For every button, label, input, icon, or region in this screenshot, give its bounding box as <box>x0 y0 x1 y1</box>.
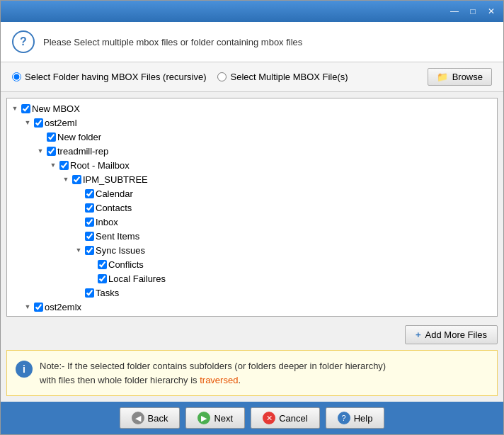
radio-folder-label: Select Folder having MBOX Files (recursi… <box>25 72 206 82</box>
note-text-part1: Note:- If the selected folder contains s… <box>40 361 386 371</box>
tree-item: ▼New MBOX <box>10 101 494 115</box>
tree-expander[interactable]: ▼ <box>23 118 33 128</box>
radio-option-files[interactable]: Select Multiple MBOX File(s) <box>217 72 348 82</box>
add-more-icon: + <box>416 329 421 340</box>
tree-item: ▼IPM_SUBTREE <box>10 172 494 186</box>
tree-expander[interactable]: ▼ <box>23 302 33 312</box>
tree-label[interactable]: ost2eml <box>45 118 77 128</box>
help-icon: ? <box>338 412 350 424</box>
back-button[interactable]: ◀ Back <box>120 407 181 429</box>
tree-label[interactable]: Calendar <box>96 188 133 199</box>
add-more-section: + Add More Files <box>1 322 503 350</box>
tree-checkbox[interactable] <box>47 132 56 142</box>
options-bar: Select Folder having MBOX Files (recursi… <box>1 62 503 92</box>
tree-label[interactable]: Sync Issues <box>96 245 145 256</box>
help-label: Help <box>354 413 373 424</box>
tree-item: Inbox <box>10 215 494 229</box>
tree-checkbox[interactable] <box>47 317 56 317</box>
browse-label: Browse <box>452 72 483 82</box>
footer: ◀ Back ▶ Next ✕ Cancel ? Help <box>1 402 503 434</box>
header-text: Please Select multiple mbox files or fol… <box>43 37 302 47</box>
note-section: i Note:- If the selected folder contains… <box>6 350 498 396</box>
tree-label[interactable]: Local Failures <box>108 273 166 284</box>
tree-label[interactable]: treadmill-rep <box>57 146 108 157</box>
tree-checkbox[interactable] <box>98 260 107 269</box>
tree-checkbox[interactable] <box>34 118 43 128</box>
close-button[interactable]: ✕ <box>482 4 500 19</box>
tree-container[interactable]: ▼New MBOX▼ost2emlNew folder▼treadmill-re… <box>6 98 498 317</box>
tree-expander <box>35 132 45 142</box>
tree-checkbox[interactable] <box>85 246 94 255</box>
title-bar: — □ ✕ <box>1 1 503 22</box>
back-label: Back <box>148 413 168 424</box>
radio-folder[interactable] <box>12 72 21 81</box>
tree-checkbox[interactable] <box>72 175 81 184</box>
minimize-button[interactable]: — <box>445 4 464 19</box>
tree-label[interactable]: New folder <box>57 132 101 142</box>
add-more-label: Add More Files <box>425 329 487 340</box>
tree-expander[interactable]: ▶ <box>35 316 45 317</box>
note-icon: i <box>16 361 33 378</box>
add-more-button[interactable]: + Add More Files <box>405 325 498 344</box>
tree-item: Sent Items <box>10 229 494 243</box>
tree-expander[interactable]: ▼ <box>61 174 71 184</box>
tree-checkbox[interactable] <box>85 218 94 227</box>
radio-files-label: Select Multiple MBOX File(s) <box>230 72 348 82</box>
cancel-icon: ✕ <box>263 412 275 424</box>
next-button[interactable]: ▶ Next <box>185 407 245 429</box>
tree-item: Tasks <box>10 286 494 300</box>
tree-expander <box>74 188 84 198</box>
back-icon: ◀ <box>132 412 144 424</box>
tree-expander <box>74 231 84 241</box>
tree-checkbox[interactable] <box>85 232 94 241</box>
tree-expander[interactable]: ▼ <box>10 103 20 113</box>
tree-expander[interactable]: ▼ <box>48 160 58 170</box>
tree-expander <box>86 273 96 283</box>
radio-files[interactable] <box>217 72 227 81</box>
help-button[interactable]: ? Help <box>326 407 385 429</box>
tree-expander <box>74 203 84 213</box>
tree-item: Contacts <box>10 200 494 215</box>
tree-checkbox[interactable] <box>85 203 94 213</box>
tree-label[interactable]: treadmill-rep <box>57 316 108 317</box>
tree-label[interactable]: IPM_SUBTREE <box>83 174 148 185</box>
tree-item: ▶treadmill-rep <box>10 314 494 317</box>
cancel-button[interactable]: ✕ Cancel <box>251 407 319 429</box>
note-text-end: . <box>238 375 241 385</box>
tree-item: ▼Sync Issues <box>10 243 494 257</box>
next-icon: ▶ <box>197 412 210 424</box>
tree-checkbox[interactable] <box>98 274 107 283</box>
main-window: — □ ✕ ? Please Select multiple mbox file… <box>0 0 504 435</box>
tree-expander[interactable]: ▼ <box>35 146 45 156</box>
tree-label[interactable]: Conflicts <box>108 259 144 270</box>
tree-label[interactable]: Sent Items <box>96 231 139 242</box>
browse-button[interactable]: 📁 Browse <box>428 68 492 86</box>
next-label: Next <box>214 413 233 424</box>
tree-checkbox[interactable] <box>21 104 30 113</box>
tree-checkbox[interactable] <box>47 147 56 156</box>
note-text-part2: with files then whole folder hierarchy i… <box>40 375 197 385</box>
tree-scroll: ▼New MBOX▼ost2emlNew folder▼treadmill-re… <box>7 98 497 317</box>
tree-label[interactable]: Tasks <box>96 288 119 298</box>
maximize-button[interactable]: □ <box>464 4 482 19</box>
cancel-label: Cancel <box>279 413 307 424</box>
radio-option-folder[interactable]: Select Folder having MBOX Files (recursi… <box>12 72 206 82</box>
tree-checkbox[interactable] <box>85 189 94 198</box>
header: ? Please Select multiple mbox files or f… <box>1 22 503 62</box>
tree-label[interactable]: Root - Mailbox <box>70 160 130 171</box>
tree-checkbox[interactable] <box>34 303 43 312</box>
tree-label[interactable]: ost2emlx <box>45 302 81 312</box>
note-text-highlight: traversed <box>200 375 238 385</box>
tree-item: ▼treadmill-rep <box>10 144 494 158</box>
tree-item: Conflicts <box>10 257 494 271</box>
tree-label[interactable]: New MBOX <box>32 103 80 114</box>
tree-item: ▼ost2eml <box>10 115 494 130</box>
browse-icon: 📁 <box>437 72 448 82</box>
tree-checkbox[interactable] <box>85 288 94 298</box>
tree-label[interactable]: Contacts <box>96 203 132 213</box>
tree-item: ▼ost2emlx <box>10 300 494 314</box>
tree-expander[interactable]: ▼ <box>74 245 84 255</box>
tree-label[interactable]: Inbox <box>96 217 118 227</box>
tree-checkbox[interactable] <box>59 161 69 170</box>
tree-item: Calendar <box>10 186 494 200</box>
